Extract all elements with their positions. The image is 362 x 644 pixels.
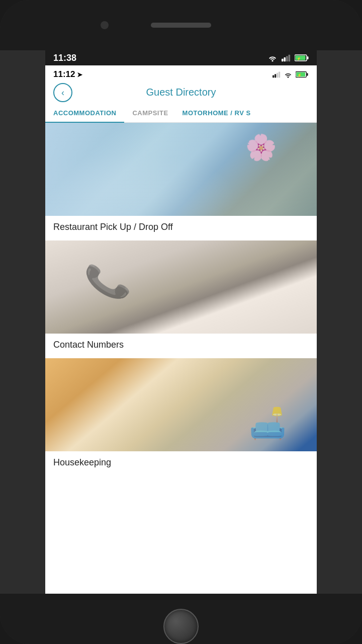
app-wifi-icon bbox=[284, 71, 293, 78]
svg-text:⚡: ⚡ bbox=[297, 73, 302, 77]
svg-rect-13 bbox=[307, 73, 308, 76]
card-restaurant[interactable]: Restaurant Pick Up / Drop Off bbox=[45, 123, 317, 240]
bottom-bezel bbox=[0, 594, 362, 644]
card-contact[interactable]: Contact Numbers bbox=[45, 240, 317, 358]
housekeeping-label: Housekeeping bbox=[45, 451, 317, 476]
svg-rect-3 bbox=[289, 55, 291, 62]
page-title: Guest Directory bbox=[146, 87, 216, 98]
tabs-container: ACCOMMODATION CAMPSITE MOTORHOME / RV S bbox=[45, 104, 317, 123]
home-button[interactable] bbox=[163, 609, 199, 644]
svg-rect-5 bbox=[307, 56, 309, 59]
top-bezel bbox=[0, 0, 362, 50]
content-area[interactable]: Restaurant Pick Up / Drop Off Contact Nu… bbox=[45, 123, 317, 594]
card-housekeeping[interactable]: Housekeeping bbox=[45, 358, 317, 476]
restaurant-label: Restaurant Pick Up / Drop Off bbox=[45, 216, 317, 240]
svg-text:⚡: ⚡ bbox=[297, 56, 301, 61]
phone-frame: 11:38 ⚡ 11: bbox=[0, 0, 362, 644]
tab-motorhome[interactable]: MOTORHOME / RV S bbox=[176, 104, 257, 122]
front-camera bbox=[101, 21, 109, 29]
screen: 11:12 ➤ bbox=[45, 65, 317, 594]
contact-label: Contact Numbers bbox=[45, 334, 317, 358]
svg-rect-9 bbox=[275, 74, 276, 77]
app-status-bar: 11:12 ➤ bbox=[45, 65, 317, 83]
header: ‹ Guest Directory bbox=[45, 83, 317, 104]
app-signal-icon bbox=[273, 71, 281, 78]
system-time: 11:38 bbox=[53, 53, 76, 63]
wifi-icon bbox=[267, 54, 278, 62]
svg-rect-1 bbox=[284, 57, 286, 61]
signal-icon bbox=[282, 54, 291, 62]
speaker bbox=[151, 23, 211, 28]
svg-rect-8 bbox=[273, 75, 274, 78]
system-status-bar: 11:38 ⚡ bbox=[45, 50, 317, 65]
tab-accommodation[interactable]: ACCOMMODATION bbox=[45, 104, 124, 123]
restaurant-image bbox=[45, 123, 317, 216]
system-icons: ⚡ bbox=[267, 54, 309, 62]
battery-icon: ⚡ bbox=[295, 54, 309, 62]
back-button[interactable]: ‹ bbox=[53, 83, 72, 102]
back-arrow-icon: ‹ bbox=[61, 88, 64, 97]
housekeeping-image bbox=[45, 358, 317, 451]
app-status-icons: ⚡ bbox=[273, 71, 309, 78]
svg-rect-11 bbox=[279, 71, 280, 77]
contact-image bbox=[45, 240, 317, 334]
app-battery-icon: ⚡ bbox=[296, 71, 309, 78]
svg-rect-2 bbox=[286, 56, 288, 61]
location-arrow-icon: ➤ bbox=[77, 71, 82, 78]
tab-campsite[interactable]: CAMPSITE bbox=[124, 104, 176, 122]
svg-rect-0 bbox=[282, 59, 284, 61]
app-time: 11:12 ➤ bbox=[53, 69, 82, 79]
svg-rect-10 bbox=[277, 73, 278, 78]
